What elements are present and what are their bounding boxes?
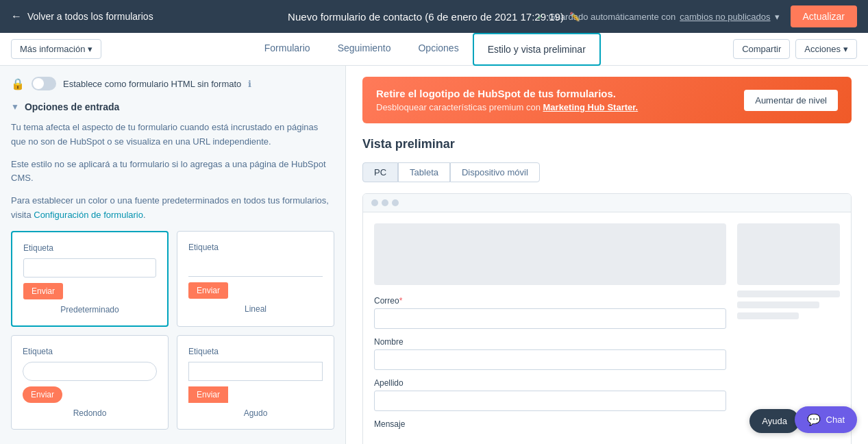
form-field-input-correo[interactable] [374,308,726,329]
left-panel: 🔒 Establece como formulario HTML sin for… [0,66,346,444]
edit-title-icon[interactable]: ✏️ [569,12,580,22]
help-button[interactable]: Ayuda [749,409,799,433]
style-card-redondo[interactable]: Etiqueta Enviar Redondo [11,335,169,430]
more-info-button[interactable]: Más información ▾ [11,39,101,59]
preview-sidebar [737,223,840,437]
desc-text-2: Este estilo no se aplicará a tu formular… [11,158,334,186]
style-card-name-4: Agudo [188,408,323,418]
form-field-mensaje: Mensaje [374,419,726,429]
more-info-chevron-icon: ▾ [88,44,92,54]
config-link[interactable]: Configuración de formulario [34,210,143,220]
style-card-input-4[interactable] [188,362,323,381]
form-field-nombre: Nombre [374,337,726,370]
share-button[interactable]: Compartir [733,39,790,59]
banner-text: Retire el logotipo de HubSpot de tus for… [376,88,638,112]
actions-button[interactable]: Acciones ▾ [795,39,857,59]
nav-tabs: Formulario Seguimiento Opciones Estilo y… [118,33,733,65]
form-field-label-apellido: Apellido [374,378,726,388]
actions-label: Acciones [804,44,841,54]
style-cards: Etiqueta Enviar Predeterminado Etiqueta … [11,231,334,430]
style-card-label-1: Etiqueta [23,243,156,253]
style-card-btn-3[interactable]: Enviar [23,386,62,403]
marketing-hub-link[interactable]: Marketing Hub Starter. [543,102,638,112]
device-tab-pc[interactable]: PC [362,162,398,182]
tab-opciones[interactable]: Opciones [404,33,472,65]
banner-desc: Desbloquear características premium con … [376,102,638,112]
style-card-input-1[interactable] [23,258,156,278]
device-tab-tableta[interactable]: Tableta [398,162,450,182]
preview-form: Correo* Nombre Apellido Mensaje [374,223,726,437]
html-format-row: 🔒 Establece como formulario HTML sin for… [11,77,334,90]
top-nav-actions: ✓ Guardado automáticamente con cambios n… [536,5,857,27]
form-field-label-correo: Correo* [374,296,726,306]
device-tabs: PC Tableta Dispositivo móvil [362,162,852,182]
top-navigation: ← Volver a todos los formularios Nuevo f… [0,0,868,33]
title-area: Nuevo formulario de contacto (6 de enero… [288,11,580,23]
section-title: Opciones de entrada [25,101,119,112]
preview-title: Vista preliminar [362,137,852,151]
nav-right-actions: Compartir Acciones ▾ [733,39,857,59]
style-card-agudo[interactable]: Etiqueta Enviar Agudo [177,335,334,430]
tab-estilo-vista-preliminar[interactable]: Estilo y vista preliminar [473,33,601,66]
toggle-slider [32,77,56,90]
dot-1 [371,199,378,206]
dot-3 [392,199,399,206]
style-card-name-3: Redondo [23,408,157,418]
tab-formulario[interactable]: Formulario [251,33,324,65]
secondary-navigation: Más información ▾ Formulario Seguimiento… [0,33,868,66]
html-format-toggle[interactable] [32,77,56,90]
more-info-label: Más información [20,44,85,54]
right-panel: Retire el logotipo de HubSpot de tus for… [346,66,868,444]
info-icon[interactable]: ℹ [248,79,251,89]
form-field-input-nombre[interactable] [374,349,726,370]
section-chevron-icon[interactable]: ▼ [11,102,19,112]
form-field-label-mensaje: Mensaje [374,419,726,429]
help-label: Ayuda [762,416,787,426]
style-card-name-2: Lineal [188,304,323,314]
required-indicator: * [399,296,403,306]
unpublished-changes-link[interactable]: cambios no publicados [680,12,770,22]
back-label: Volver a todos los formularios [27,11,153,22]
upgrade-banner: Retire el logotipo de HubSpot de tus for… [362,77,852,123]
chat-label: Chat [826,415,845,425]
back-button[interactable]: ← Volver a todos los formularios [11,10,153,23]
style-card-predeterminado[interactable]: Etiqueta Enviar Predeterminado [11,231,169,327]
style-card-label-3: Etiqueta [23,347,157,356]
preview-banner-image [374,223,726,285]
tab-seguimiento[interactable]: Seguimiento [324,33,405,65]
form-field-apellido: Apellido [374,378,726,411]
sidebar-line-2 [737,301,819,308]
style-card-label-4: Etiqueta [188,347,323,356]
style-card-input-3[interactable] [23,362,157,381]
desc-text-3: Para establecer un color o una fuente pr… [11,194,334,223]
sidebar-image-1 [737,223,840,285]
actions-chevron-icon: ▾ [843,44,848,54]
preview-dots [363,194,851,212]
lock-icon: 🔒 [11,77,25,90]
style-card-btn-4[interactable]: Enviar [188,386,228,403]
style-card-label-2: Etiqueta [188,243,323,252]
style-card-btn-1[interactable]: Enviar [23,283,63,299]
chat-button[interactable]: 💬 Chat [795,406,857,433]
style-card-lineal[interactable]: Etiqueta Enviar Lineal [177,231,334,327]
sidebar-line-1 [737,291,840,297]
form-field-correo: Correo* [374,296,726,329]
desc-text-1: Tu tema afecta el aspecto de tu formular… [11,121,334,149]
html-format-label: Establece como formulario HTML sin forma… [63,79,241,89]
banner-title: Retire el logotipo de HubSpot de tus for… [376,88,638,99]
upgrade-button[interactable]: Aumentar de nivel [744,90,838,111]
main-layout: 🔒 Establece como formulario HTML sin for… [0,66,868,444]
style-card-input-2[interactable] [188,258,323,277]
section-header: ▼ Opciones de entrada [11,101,334,112]
sidebar-line-3 [737,312,799,319]
dropdown-arrow-icon[interactable]: ▾ [775,12,780,22]
chat-bubble-icon: 💬 [807,413,821,426]
back-arrow-icon: ← [11,10,22,23]
style-card-btn-2[interactable]: Enviar [188,282,228,299]
device-tab-movil[interactable]: Dispositivo móvil [450,162,540,182]
page-title: Nuevo formulario de contacto (6 de enero… [288,11,564,23]
style-card-name-1: Predeterminado [23,305,156,314]
update-button[interactable]: Actualizar [791,5,857,27]
form-field-input-apellido[interactable] [374,391,726,411]
preview-area: Correo* Nombre Apellido Mensaje [362,193,852,444]
